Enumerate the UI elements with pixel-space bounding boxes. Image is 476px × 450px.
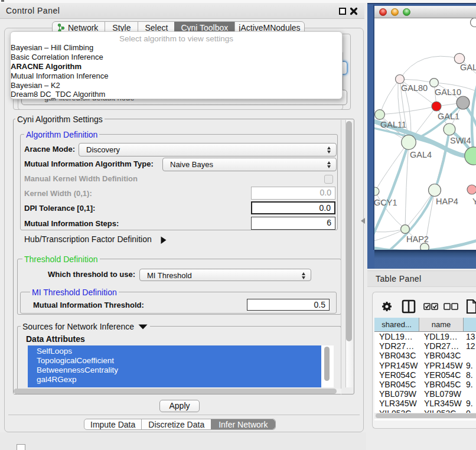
svg-text:GAL80: GAL80 — [401, 83, 428, 93]
svg-text:SWI4: SWI4 — [450, 136, 471, 145]
svg-text:GAL11: GAL11 — [380, 120, 406, 129]
svg-text:HAP2: HAP2 — [406, 234, 429, 244]
svg-text:Y: Y — [472, 197, 476, 206]
svg-text:GAL1: GAL1 — [438, 112, 459, 121]
svg-text:HAP4: HAP4 — [436, 197, 458, 206]
svg-text:GAL10: GAL10 — [435, 87, 461, 97]
svg-text:GAL2: GAL2 — [460, 63, 476, 72]
svg-text:GAL4: GAL4 — [410, 150, 432, 159]
svg-text:GCY1: GCY1 — [374, 198, 397, 207]
